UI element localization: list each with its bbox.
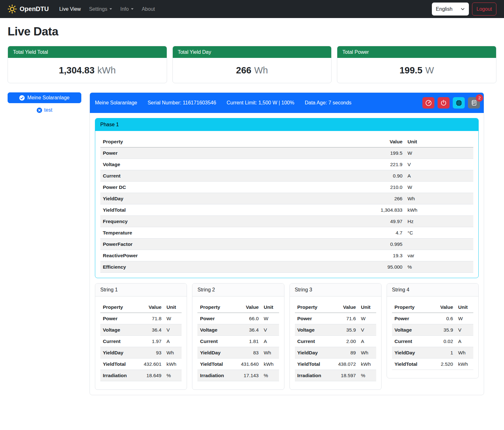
value-cell: 2.00 bbox=[331, 336, 358, 347]
property-cell: Voltage bbox=[197, 324, 234, 336]
table-row: Temperature4.7°C bbox=[100, 227, 473, 239]
value-cell: 1,304.833 bbox=[364, 204, 405, 216]
inverter-select-button-meine-solaranlage[interactable]: Meine Solaranlage bbox=[8, 92, 81, 103]
unit-cell: A bbox=[261, 336, 279, 347]
string-card-3: String 3 Property Value Unit Power71.6WV… bbox=[289, 283, 382, 390]
unit-cell: A bbox=[405, 170, 473, 182]
value-cell: 49.97 bbox=[364, 216, 405, 227]
summary-card-unit: Wh bbox=[254, 65, 268, 75]
column-header-value: Value bbox=[137, 302, 164, 313]
check-circle-icon bbox=[19, 95, 25, 101]
table-row: Voltage35.9V bbox=[392, 324, 473, 336]
value-cell: 71.6 bbox=[331, 313, 358, 324]
property-cell: Voltage bbox=[100, 159, 364, 170]
nav-items: Live View Settings Info About bbox=[55, 4, 159, 15]
inverter-select-link-test[interactable]: test bbox=[8, 107, 81, 113]
property-cell: Efficiency bbox=[100, 261, 364, 273]
table-row: YieldTotal2.520kWh bbox=[392, 358, 473, 370]
inverter-current-limit: Current Limit: 1,500 W | 100% bbox=[227, 100, 294, 106]
string-card-4: String 4 Property Value Unit Power0.6WVo… bbox=[387, 283, 479, 378]
nav-item-live-view[interactable]: Live View bbox=[55, 4, 85, 15]
value-cell: 266 bbox=[364, 193, 405, 204]
unit-cell: Hz bbox=[405, 216, 473, 227]
table-row: Power199.5W bbox=[100, 147, 473, 159]
property-cell: ReactivePower bbox=[100, 250, 364, 261]
summary-card-title: Total Power bbox=[337, 46, 496, 58]
nav-item-label: Settings bbox=[89, 6, 107, 12]
value-cell: 431.640 bbox=[234, 358, 261, 370]
summary-card-title: Total Yield Day bbox=[173, 46, 332, 58]
unit-cell: W bbox=[358, 313, 376, 324]
value-cell: 0.02 bbox=[428, 336, 456, 347]
unit-cell: kWh bbox=[456, 358, 473, 370]
property-cell: YieldTotal bbox=[392, 358, 428, 370]
unit-cell: % bbox=[164, 370, 182, 381]
nav-item-info-dropdown[interactable]: Info bbox=[116, 4, 138, 15]
table-row: Voltage36.4V bbox=[100, 324, 182, 336]
value-cell: 66.0 bbox=[234, 313, 261, 324]
table-header-row: Property Value Unit bbox=[100, 302, 182, 313]
table-row: YieldTotal431.640kWh bbox=[197, 358, 279, 370]
column-header-value: Value bbox=[331, 302, 358, 313]
summary-card-unit: W bbox=[425, 65, 434, 75]
unit-cell: W bbox=[405, 182, 473, 193]
property-cell: Voltage bbox=[295, 324, 331, 336]
navbar-right: English Logout bbox=[432, 3, 496, 16]
unit-cell: A bbox=[164, 336, 182, 347]
cpu-chip-icon bbox=[456, 100, 462, 106]
unit-cell: kWh bbox=[261, 358, 279, 370]
phase-table: Property Value Unit Power199.5WVoltage22… bbox=[100, 136, 473, 273]
value-cell: 199.5 bbox=[364, 147, 405, 159]
logout-button[interactable]: Logout bbox=[472, 3, 496, 16]
string-table: Property Value Unit Power66.0WVoltage36.… bbox=[197, 302, 279, 381]
table-header-row: Property Value Unit bbox=[197, 302, 279, 313]
inverter-header: Meine Solaranlage Serial Number: 1161716… bbox=[90, 93, 484, 113]
inverter-name: Meine Solaranlage bbox=[95, 100, 137, 106]
power-restart-button[interactable] bbox=[438, 97, 450, 109]
table-row: Irradiation18.597% bbox=[295, 370, 376, 381]
value-cell: 221.9 bbox=[364, 159, 405, 170]
value-cell: 35.9 bbox=[331, 324, 358, 336]
strings-row: String 1 Property Value Unit Power71.8WV… bbox=[95, 283, 479, 390]
value-cell: 0.6 bbox=[428, 313, 456, 324]
summary-card-total-yield-total: Total Yield Total 1,304.83kWh bbox=[8, 46, 167, 83]
unit-cell: var bbox=[405, 250, 473, 261]
unit-cell: W bbox=[261, 313, 279, 324]
table-row: Current0.90A bbox=[100, 170, 473, 182]
device-info-button[interactable] bbox=[453, 97, 465, 109]
table-row: Current1.81A bbox=[197, 336, 279, 347]
summary-card-title: Total Yield Total bbox=[8, 46, 167, 58]
unit-cell: % bbox=[261, 370, 279, 381]
property-cell: Current bbox=[197, 336, 234, 347]
property-cell: Power bbox=[197, 313, 234, 324]
string-title: String 4 bbox=[387, 284, 478, 296]
value-cell: 36.4 bbox=[137, 324, 164, 336]
unit-cell: A bbox=[456, 336, 473, 347]
phase-panel: Phase 1 Property Value Unit Power199.5WV… bbox=[95, 118, 479, 278]
property-cell: Voltage bbox=[392, 324, 428, 336]
property-cell: Irradiation bbox=[197, 370, 234, 381]
table-header-row: Property Value Unit bbox=[100, 136, 473, 147]
column-header-property: Property bbox=[197, 302, 234, 313]
inverter-list-sidebar: Meine Solaranlage test bbox=[8, 92, 81, 113]
brand[interactable]: OpenDTU bbox=[8, 4, 49, 14]
event-log-button[interactable]: 2 bbox=[468, 97, 480, 109]
property-cell: Current bbox=[100, 170, 364, 182]
property-cell: YieldTotal bbox=[197, 358, 234, 370]
value-cell: 1.81 bbox=[234, 336, 261, 347]
value-cell: 0.995 bbox=[364, 239, 405, 250]
inverter-select-label: Meine Solaranlage bbox=[27, 95, 69, 101]
unit-cell bbox=[405, 239, 473, 250]
nav-item-about[interactable]: About bbox=[138, 4, 159, 15]
table-row: YieldTotal432.601kWh bbox=[100, 358, 182, 370]
summary-cards: Total Yield Total 1,304.83kWh Total Yiel… bbox=[8, 46, 496, 83]
table-row: YieldDay83Wh bbox=[197, 347, 279, 358]
language-select[interactable]: English bbox=[432, 3, 469, 16]
nav-item-settings-dropdown[interactable]: Settings bbox=[85, 4, 116, 15]
value-cell: 95.000 bbox=[364, 261, 405, 273]
table-row: Voltage36.4V bbox=[197, 324, 279, 336]
limit-settings-button[interactable] bbox=[422, 97, 434, 109]
language-value: English bbox=[436, 6, 452, 12]
property-cell: Power DC bbox=[100, 182, 364, 193]
property-cell: YieldTotal bbox=[100, 204, 364, 216]
